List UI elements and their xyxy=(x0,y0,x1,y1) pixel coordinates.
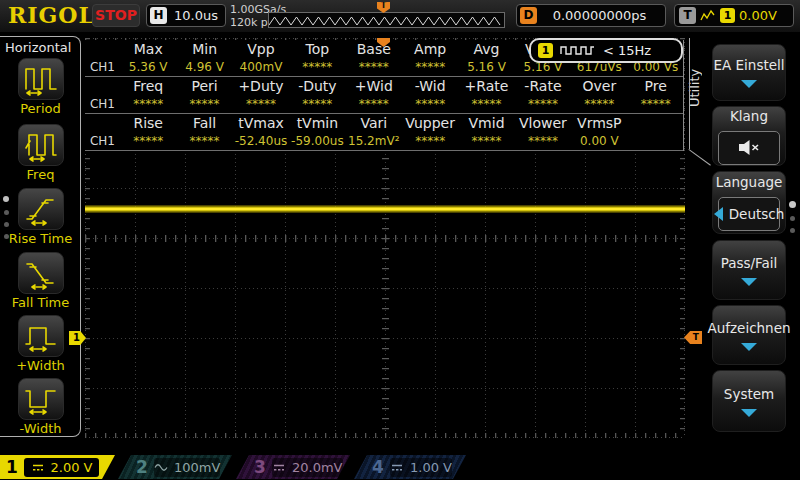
menu-button-ea-einstell[interactable]: EA Einstell xyxy=(712,44,786,101)
measure-value: ***** xyxy=(515,96,571,113)
trigger-edge-icon xyxy=(700,9,716,22)
channel-scale-box: 1.00 V xyxy=(390,458,452,477)
measure-value xyxy=(628,133,684,150)
measure-corner xyxy=(85,77,120,96)
measure-header: Min xyxy=(176,40,232,59)
rigol-logo: RIGOL xyxy=(8,2,95,28)
run-state-badge[interactable]: STOP xyxy=(92,4,140,27)
measure-header: -Rate xyxy=(515,77,571,96)
dc-coupling-icon xyxy=(31,463,45,472)
measure-value: -52.40us xyxy=(233,133,289,150)
chevron-down-icon xyxy=(741,343,757,351)
channel-badge-4[interactable]: 41.00 V xyxy=(354,455,466,479)
measure-header xyxy=(628,114,684,133)
period-icon xyxy=(22,62,60,96)
oscilloscope-screen: RIGOL STOP H 10.0us 1.00GSa/s 120k pts T… xyxy=(0,0,800,480)
menu-button-label: Aufzeichnen xyxy=(707,320,790,336)
channel-badge-3[interactable]: 320.0mV xyxy=(236,455,350,479)
measure-value: ***** xyxy=(289,96,345,113)
trigger-level-value: 0.00V xyxy=(739,8,777,23)
speaker-muted-icon xyxy=(738,139,760,156)
measure-header: +Wid xyxy=(346,77,402,96)
menu-item-period[interactable]: Period xyxy=(0,58,81,116)
measure-value: ***** xyxy=(402,96,458,113)
ac-coupling-icon xyxy=(154,463,168,472)
trigger-source-badge: 1 xyxy=(720,8,735,23)
measure-value: 5.36 V xyxy=(120,59,176,76)
measure-value: ***** xyxy=(176,133,232,150)
page-dot xyxy=(790,216,795,221)
page-dot xyxy=(3,196,9,202)
preview-wave-icon xyxy=(269,14,504,28)
minus-width-icon-button[interactable] xyxy=(18,378,64,420)
chevron-down-icon xyxy=(741,80,757,88)
channel-scale-value: 100mV xyxy=(174,460,220,475)
menu-button-label: Pass/Fail xyxy=(721,255,778,271)
language-select[interactable]: Deutsch xyxy=(718,197,780,231)
measure-header: Vari xyxy=(346,114,402,133)
language-value: Deutsch xyxy=(729,206,785,222)
sound-toggle[interactable] xyxy=(718,131,780,165)
measure-header: -Duty xyxy=(289,77,345,96)
menu-button-pass-fail[interactable]: Pass/Fail xyxy=(712,240,786,300)
waveform-preview[interactable] xyxy=(268,12,505,28)
measure-value: 15.2mV² xyxy=(346,133,402,150)
left-menu-title: Horizontal xyxy=(5,40,71,55)
menu-item-label: Period xyxy=(20,101,61,116)
measure-value: ***** xyxy=(120,96,176,113)
freq-icon-button[interactable] xyxy=(18,124,64,166)
menu-button-klang[interactable]: Klang xyxy=(712,106,786,166)
delay-box: D 0.00000000ps xyxy=(516,4,666,27)
page-dot xyxy=(4,234,9,239)
page-dot xyxy=(789,201,796,208)
measure-header-row: FreqPeri+Duty-Duty+Wid-Wid+Rate-RateOver… xyxy=(85,77,683,96)
rise-time-icon-button[interactable] xyxy=(18,188,64,230)
menu-item-fall-time[interactable]: Fall Time xyxy=(0,252,81,310)
measure-value: 5.16 V xyxy=(458,59,514,76)
channel-badge-2[interactable]: 2100mV xyxy=(118,455,232,479)
measure-value: ***** xyxy=(458,133,514,150)
right-menu-frame-diagonal xyxy=(688,149,710,166)
plus-width-icon-button[interactable] xyxy=(18,315,64,357)
measure-header: -Wid xyxy=(402,77,458,96)
channel-badge-1[interactable]: 12.00 V xyxy=(0,455,115,479)
menu-button-language[interactable]: LanguageDeutsch xyxy=(712,171,786,234)
channel1-ground-marker[interactable]: 1 xyxy=(69,331,86,345)
measure-header: Vlower xyxy=(515,114,571,133)
menu-button-aufzeichnen[interactable]: Aufzeichnen xyxy=(712,305,786,365)
fall-time-icon-button[interactable] xyxy=(18,252,64,294)
menu-button-system[interactable]: System xyxy=(712,370,786,432)
measure-channel-label: CH1 xyxy=(85,59,120,76)
trigger-box: T 1 0.00V xyxy=(674,4,794,27)
measure-header: Vupper xyxy=(402,114,458,133)
trigger-frequency-value: < 15Hz xyxy=(603,43,651,58)
top-bar: RIGOL STOP H 10.0us 1.00GSa/s 120k pts T… xyxy=(0,0,800,32)
measure-channel-label: CH1 xyxy=(85,133,120,150)
pulse-train-icon xyxy=(560,45,596,56)
measure-header: +Rate xyxy=(458,77,514,96)
measure-header: Pre xyxy=(628,77,684,96)
channel-number: 2 xyxy=(130,457,154,477)
measure-value: 0.00 V xyxy=(571,133,627,150)
measure-value: 4.96 V xyxy=(176,59,232,76)
menu-item-width[interactable]: +Width xyxy=(0,315,81,373)
timebase-value: 10.0us xyxy=(174,8,218,23)
period-icon-button[interactable] xyxy=(18,58,64,100)
measure-value: ***** xyxy=(402,59,458,76)
page-dot xyxy=(790,228,795,233)
minus-width-icon xyxy=(22,382,60,416)
menu-item-rise-time[interactable]: Rise Time xyxy=(0,188,81,246)
measure-header: Over xyxy=(571,77,627,96)
measure-value: ***** xyxy=(346,59,402,76)
freq-icon xyxy=(22,128,60,162)
bottom-bar: 12.00 V2100mV320.0mV41.00 V xyxy=(0,455,800,480)
menu-item-width[interactable]: -Width xyxy=(0,378,81,436)
channel-scale-box: 2.00 V xyxy=(24,458,99,477)
menu-item-label: Freq xyxy=(27,167,55,182)
measure-header: VrmsP xyxy=(571,114,627,133)
d-badge: D xyxy=(520,7,537,24)
menu-item-freq[interactable]: Freq xyxy=(0,124,81,182)
measure-value: ***** xyxy=(402,133,458,150)
trigger-level-marker[interactable]: T xyxy=(684,331,702,344)
measure-header: Avg xyxy=(458,40,514,59)
